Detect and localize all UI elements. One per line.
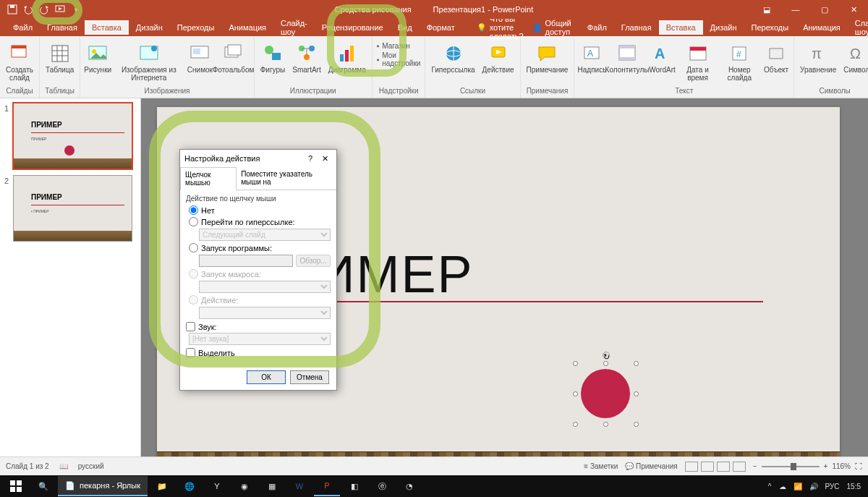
maximize-icon[interactable]: ▢ <box>810 0 839 19</box>
dialog-buttons: ОК Отмена <box>180 365 336 390</box>
ribbon-action[interactable]: Действие <box>480 41 517 75</box>
selection-handles[interactable] <box>575 363 637 425</box>
menu-item[interactable]: Вставка <box>85 20 129 35</box>
tab-hover[interactable]: Поместите указатель мыши на <box>237 167 336 190</box>
radio-none[interactable]: Нет <box>189 205 331 215</box>
thumbnail[interactable]: ПРИМЕРПРИМЕР <box>13 103 132 169</box>
dialog-close-button[interactable]: ✕ <box>318 154 332 163</box>
menu-item[interactable]: Анимация <box>221 20 273 35</box>
ribbon-pic[interactable]: Рисунки <box>83 41 112 75</box>
ribbon-table[interactable]: Таблица <box>43 41 77 75</box>
undo-icon[interactable] <box>22 3 35 16</box>
checkbox-highlight[interactable]: Выделить <box>186 348 331 357</box>
tray-expand[interactable]: ^ <box>768 483 772 490</box>
menu-item[interactable]: Файл <box>6 20 40 35</box>
menu-item[interactable]: Переходы <box>170 20 222 35</box>
thumbnail-row[interactable]: 1ПРИМЕРПРИМЕР <box>4 103 136 169</box>
ribbon-wordart[interactable]: AWordArt <box>648 41 677 75</box>
close-icon[interactable]: ✕ <box>839 0 868 19</box>
menu-item[interactable]: Формат <box>420 20 462 35</box>
ribbon-link[interactable]: Гиперссылка <box>428 41 477 75</box>
ribbon-header[interactable]: Колонтитулы <box>608 41 646 75</box>
search-icon[interactable]: 🔍 <box>30 476 56 496</box>
ribbon-num[interactable]: #Номер слайда <box>718 41 760 83</box>
redo-icon[interactable] <box>38 3 51 16</box>
ribbon-new-slide[interactable]: Создать слайд <box>3 41 36 83</box>
share-button[interactable]: 👤 Общий доступ <box>524 19 580 36</box>
ribbon-comment[interactable]: Примечание <box>524 41 571 75</box>
tray-time[interactable]: 15:5 <box>847 483 861 490</box>
zoom-control[interactable]: −+ 116% ⛶ <box>753 462 862 470</box>
radio-hyperlink[interactable]: Перейти по гиперссылке: <box>189 217 331 226</box>
action-section-label: Действие по щелчку мыши <box>186 195 331 203</box>
action-settings-dialog[interactable]: Настройка действия ? ✕ Щелчок мышью Поме… <box>179 149 337 391</box>
slideshow-icon[interactable] <box>54 3 67 16</box>
tb-app2[interactable]: ◧ <box>341 476 367 496</box>
ribbon-label: Диаграмма <box>328 66 366 74</box>
tb-steam[interactable]: ◔ <box>396 476 422 496</box>
menu-item[interactable]: Главная <box>40 20 85 35</box>
ribbon-shapes[interactable]: Фигуры <box>258 41 288 75</box>
menu-item[interactable]: Вид <box>391 20 420 35</box>
tb-word[interactable]: W <box>286 476 312 496</box>
menu-файл[interactable]: Файл <box>580 20 614 35</box>
menu-переходы[interactable]: Переходы <box>744 20 796 35</box>
ribbon-obj[interactable]: Объект <box>762 41 791 75</box>
ribbon-date[interactable]: Дата и время <box>678 41 718 83</box>
language[interactable]: русский <box>78 462 104 470</box>
slide-thumbnails[interactable]: 1ПРИМЕРПРИМЕР2ПРИМЕР• ПРИМЕР <box>0 98 141 478</box>
menu-item[interactable]: Дизайн <box>129 20 170 35</box>
menu-главная[interactable]: Главная <box>614 20 659 35</box>
radio-program[interactable]: Запуск программы: <box>189 243 331 252</box>
ribbon-album[interactable]: Фотоальбом <box>216 41 250 75</box>
ribbon-screenshot[interactable]: Снимок <box>185 41 214 75</box>
ok-button[interactable]: ОК <box>247 370 286 384</box>
tray-wifi-icon[interactable]: 📶 <box>793 483 802 490</box>
cancel-button[interactable]: Отмена <box>290 370 329 384</box>
tray-lang[interactable]: РУС <box>825 483 840 490</box>
ribbon-online-pic[interactable]: Изображения из Интернета <box>114 41 184 83</box>
menu-item[interactable]: Рецензирование <box>315 20 391 35</box>
menu-анимация[interactable]: Анимация <box>796 20 848 35</box>
ribbon-options-icon[interactable]: ⬓ <box>752 0 781 19</box>
checkbox-sound[interactable]: Звук: <box>186 322 331 331</box>
rotate-handle[interactable]: ↻ <box>603 352 610 359</box>
taskbar-app[interactable]: 📄 пекарня - Ярлык <box>58 476 148 496</box>
ribbon-sym[interactable]: ΩСимвол <box>841 41 868 75</box>
tb-explorer[interactable]: 📁 <box>149 476 175 496</box>
tray-sound-icon[interactable]: 🔊 <box>809 483 818 490</box>
system-tray[interactable]: ^ ☁ 📶 🔊 РУС 15:5 <box>768 483 865 490</box>
tb-browser[interactable]: 🌐 <box>176 476 203 496</box>
thumbnail[interactable]: ПРИМЕР• ПРИМЕР <box>13 175 132 242</box>
start-button[interactable] <box>3 476 29 496</box>
fit-icon[interactable]: ⛶ <box>855 462 862 470</box>
menu-вставка[interactable]: Вставка <box>659 20 703 35</box>
tray-cloud-icon[interactable]: ☁ <box>779 483 786 490</box>
windows-taskbar[interactable]: 🔍 📄 пекарня - Ярлык 📁 🌐 Y ◉ ▦ W P ◧ ⓔ ◔ … <box>0 475 868 497</box>
ribbon-chart[interactable]: Диаграмма <box>326 41 369 75</box>
save-icon[interactable] <box>6 3 19 16</box>
view-buttons[interactable] <box>685 462 746 472</box>
menu-дизайн[interactable]: Дизайн <box>703 20 744 35</box>
minimize-icon[interactable]: — <box>781 0 810 19</box>
ribbon-smartart[interactable]: SmartArt <box>289 41 323 75</box>
notes-button[interactable]: ≡ Заметки <box>584 462 618 470</box>
tb-yandex[interactable]: Y <box>204 476 230 496</box>
dialog-help-button[interactable]: ? <box>303 154 318 163</box>
tb-powerpoint[interactable]: P <box>314 476 340 496</box>
tb-app1[interactable]: ▦ <box>259 476 285 496</box>
dialog-titlebar[interactable]: Настройка действия ? ✕ <box>180 150 336 167</box>
svg-rect-27 <box>350 46 354 61</box>
pic-icon <box>86 42 109 65</box>
comments-button[interactable]: 💬 Примечания <box>625 462 678 470</box>
spell-icon[interactable]: 📖 <box>59 462 68 470</box>
tb-chrome[interactable]: ◉ <box>231 476 258 496</box>
ribbon-addins[interactable]: ▪Мои надстройки <box>377 51 421 67</box>
tb-app3[interactable]: ⓔ <box>369 476 395 496</box>
tab-click[interactable]: Щелчок мышью <box>180 167 237 190</box>
ribbon-textbox[interactable]: AНадпись <box>577 41 606 75</box>
qat-menu[interactable]: ▾ <box>69 3 82 16</box>
ribbon-eq[interactable]: πУравнение <box>797 41 839 75</box>
ribbon-store[interactable]: ▪Магазин <box>377 42 421 50</box>
thumbnail-row[interactable]: 2ПРИМЕР• ПРИМЕР <box>4 175 136 242</box>
